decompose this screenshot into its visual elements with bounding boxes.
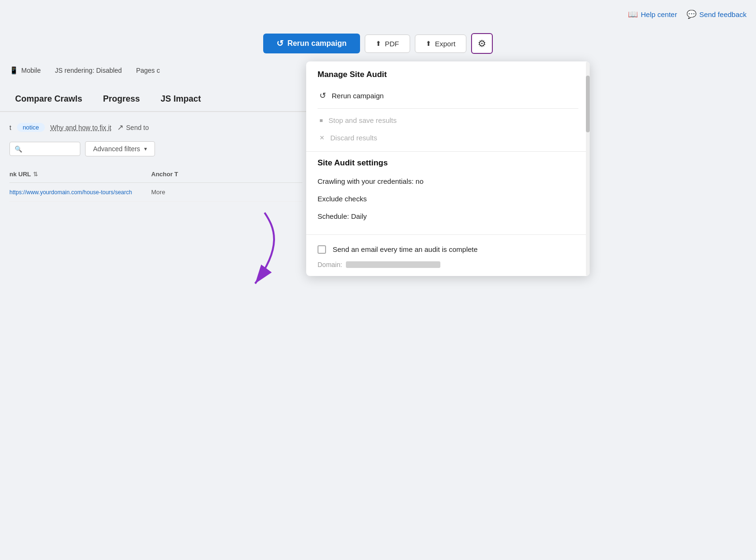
chevron-down-icon: ▾ <box>144 146 147 152</box>
col-anchor-label: Anchor T <box>151 171 178 178</box>
menu-manage-section: Manage Site Audit ↺ Rerun campaign ■ Sto… <box>306 61 590 151</box>
export-label: Export <box>435 40 455 48</box>
setting-item-exclude[interactable]: Exclude checks <box>318 190 578 207</box>
send-to-label: Send to <box>126 124 149 131</box>
settings-bar: 📱 Mobile JS rendering: Disabled Pages c <box>0 61 312 79</box>
manage-site-audit-menu: Manage Site Audit ↺ Rerun campaign ■ Sto… <box>306 61 590 276</box>
row-url-text: https://www.yourdomain.com/house-tours/s… <box>9 189 132 196</box>
advanced-filters-button[interactable]: Advanced filters ▾ <box>85 141 155 156</box>
stop-icon: ■ <box>319 117 323 124</box>
email-notification-section: Send an email every time an audit is com… <box>306 238 590 261</box>
search-icon: 🔍 <box>15 146 22 153</box>
send-feedback-label: Send feedback <box>699 10 747 18</box>
pdf-label: PDF <box>385 40 399 48</box>
settings-section: Crawling with your credentials: no Exclu… <box>306 171 590 232</box>
setting-item-schedule[interactable]: Schedule: Daily <box>318 207 578 225</box>
rerun-menu-icon: ↺ <box>319 91 326 101</box>
tab-compare-crawls[interactable]: Compare Crawls <box>5 87 93 112</box>
pdf-button[interactable]: ⬆ PDF <box>365 34 410 53</box>
settings-section-title: Site Audit settings <box>306 152 590 171</box>
tab-js-impact[interactable]: JS Impact <box>150 87 211 112</box>
exclude-label: Exclude checks <box>318 195 367 203</box>
rerun-campaign-button[interactable]: ↺ Rerun campaign <box>263 34 360 53</box>
tab-bar: Compare Crawls Progress JS Impact <box>0 87 312 112</box>
x-icon: ✕ <box>319 134 325 141</box>
stop-label: Stop and save results <box>328 116 396 124</box>
more-label[interactable]: More <box>151 189 165 196</box>
menu-scrollbar[interactable] <box>586 61 590 276</box>
menu-title: Manage Site Audit <box>318 70 578 79</box>
discard-label: Discard results <box>330 134 377 142</box>
pages-label: Pages c <box>136 67 160 74</box>
schedule-label: Schedule: Daily <box>318 212 367 220</box>
js-rendering-setting: JS rendering: Disabled <box>55 67 122 74</box>
menu-scrollbar-thumb[interactable] <box>586 76 590 132</box>
settings-gear-button[interactable]: ⚙ <box>471 33 493 54</box>
js-rendering-label: JS rendering: Disabled <box>55 67 122 74</box>
rerun-label: Rerun campaign <box>287 39 346 48</box>
menu-item-stop: ■ Stop and save results <box>318 112 578 129</box>
anchor-cell: More <box>151 189 302 196</box>
notice-row: t notice Why and how to fix it ↗ Send to <box>9 123 302 132</box>
send-to-icon: ↗ <box>117 123 123 132</box>
search-box[interactable]: 🔍 <box>9 142 80 156</box>
col-url-label: nk URL <box>9 171 31 178</box>
rerun-menu-label: Rerun campaign <box>332 92 384 100</box>
tab-progress[interactable]: Progress <box>93 87 150 112</box>
mobile-icon: 📱 <box>9 66 18 75</box>
pages-setting: Pages c <box>136 67 160 74</box>
menu-item-discard: ✕ Discard results <box>318 129 578 146</box>
refresh-icon: ↺ <box>276 38 284 49</box>
email-text: Send an email every time an audit is com… <box>333 244 478 254</box>
notice-badge: notice <box>17 123 45 132</box>
upload-icon: ⬆ <box>376 40 381 47</box>
book-icon: 📖 <box>628 9 638 19</box>
menu-section-divider2 <box>306 234 590 235</box>
gear-icon: ⚙ <box>478 38 486 49</box>
advanced-filters-label: Advanced filters <box>93 145 140 153</box>
col-anchor-header: Anchor T <box>151 171 302 178</box>
fix-link[interactable]: Why and how to fix it <box>51 124 112 131</box>
annotation-arrow <box>180 208 321 312</box>
sort-icon[interactable]: ⇅ <box>33 171 38 178</box>
top-bar: 📖 Help center 💬 Send feedback <box>0 0 756 28</box>
send-feedback-link[interactable]: 💬 Send feedback <box>687 9 747 19</box>
send-to-button[interactable]: ↗ Send to <box>117 123 149 132</box>
search-input[interactable] <box>25 145 72 153</box>
domain-row: Domain: <box>306 261 590 276</box>
domain-value-blurred <box>346 261 440 268</box>
menu-item-rerun[interactable]: ↺ Rerun campaign <box>318 86 578 105</box>
domain-label: Domain: <box>318 261 342 268</box>
table-row: https://www.yourdomain.com/house-tours/s… <box>9 183 302 202</box>
export-upload-icon: ⬆ <box>426 40 431 47</box>
filter-row: 🔍 Advanced filters ▾ <box>9 141 302 156</box>
setting-item-credentials[interactable]: Crawling with your credentials: no <box>318 172 578 190</box>
help-center-label: Help center <box>641 10 677 18</box>
device-label: Mobile <box>21 67 41 74</box>
col-url-header: nk URL ⇅ <box>9 171 142 178</box>
table-header: nk URL ⇅ Anchor T <box>9 166 302 183</box>
email-checkbox[interactable] <box>318 245 326 254</box>
content-area: t notice Why and how to fix it ↗ Send to… <box>0 113 312 211</box>
device-setting: 📱 Mobile <box>9 66 41 75</box>
credentials-label: Crawling with your credentials: no <box>318 177 423 185</box>
export-button[interactable]: ⬆ Export <box>415 34 466 53</box>
url-cell[interactable]: https://www.yourdomain.com/house-tours/s… <box>9 189 142 196</box>
help-center-link[interactable]: 📖 Help center <box>628 9 677 19</box>
menu-divider-1 <box>318 108 578 109</box>
chat-icon: 💬 <box>687 9 696 19</box>
action-bar: ↺ Rerun campaign ⬆ PDF ⬆ Export ⚙ <box>0 28 756 59</box>
